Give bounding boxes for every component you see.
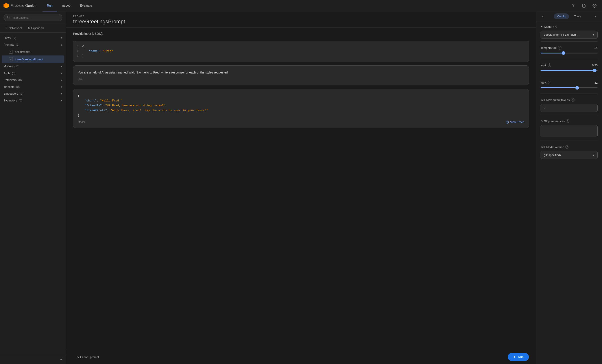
tab-tools[interactable]: Tools [571,13,584,19]
collapse-all-button[interactable]: ✕ Collapse all [3,26,24,31]
user-role-label: User [78,78,524,81]
settings-icon[interactable] [591,2,599,10]
section-flows[interactable]: Flows (2) ▾ [0,34,66,41]
model-section: ✦ Model ? googleai/gemini-1.5-flash-... … [536,21,602,41]
prompt-body: Provide input (JSON): 1 2 3 { "name": "F… [66,28,536,350]
svg-point-0 [594,5,595,6]
section-evaluators[interactable]: Evaluators (0) ▾ [0,97,66,104]
chevron-up-icon: ▴ [61,43,62,46]
tab-config[interactable]: Config [554,13,569,19]
nav-tab-evaluate[interactable]: Evaluate [76,0,97,11]
section-retrievers[interactable]: Retrievers (0) ▾ [0,77,66,83]
chevron-down-icon: ▾ [61,79,62,82]
right-panel: ‹ Config Tools › ✦ Model ? googleai/gemi… [536,11,602,364]
collapse-sidebar-icon: « [60,357,62,361]
main-layout: ✕ Collapse all ⇅ Expand all Flows (2) ▾ … [0,11,602,364]
line-numbers: 1 2 3 [77,44,82,58]
token-icon: 123 [541,98,545,102]
svg-marker-5 [514,356,516,358]
page-title: threeGreetingsPrompt [73,19,529,25]
brand: Firebase Genkit [3,3,35,8]
chevron-down-icon: ▾ [61,36,62,39]
stop-sequences-input[interactable] [541,125,598,137]
temperature-value: 0.4 [594,46,598,50]
max-tokens-input[interactable] [541,104,598,112]
expand-icon: ⇅ [28,27,30,30]
json-editor[interactable]: 1 2 3 { "name": "Fred" } [73,41,529,62]
search-icon [7,16,10,20]
breadcrumb: Prompt [73,15,529,18]
chevron-down-icon: ▾ [61,92,62,95]
top-p-slider[interactable] [541,68,598,73]
stop-sequences-label: ⊙ Stop sequences ? [541,119,598,123]
temperature-section: Temperature ? 0.4 [536,42,602,58]
panel-nav: ‹ Config Tools › [536,11,602,21]
stop-sequences-section: ⊙ Stop sequences ? [536,116,602,140]
chevron-down-icon: ▾ [61,72,62,75]
section-models[interactable]: Models (11) ▾ [0,63,66,70]
model-version-section: 123 Model version ? (Unspecified) ▾ [536,142,602,161]
temperature-label: Temperature [541,46,557,50]
stop-sequences-info-icon[interactable]: ? [566,119,570,123]
model-info-icon[interactable]: ? [553,25,557,28]
export-button[interactable]: Export .prompt [73,354,101,361]
panel-tabs: Config Tools [548,13,591,19]
max-tokens-info-icon[interactable]: ? [571,98,574,102]
chevron-down-icon: ▾ [61,99,62,102]
top-p-info-icon[interactable]: ? [548,63,551,67]
temperature-info-icon[interactable]: ? [558,46,561,50]
model-version-label: 123 Model version ? [541,145,598,149]
nav-icons: ? [570,2,599,10]
chevron-down-icon: ▾ [61,85,62,88]
sidebar-item-helloPrompt[interactable]: ✦ helloPrompt [2,48,64,55]
top-p-label: topP [541,64,547,67]
top-k-slider[interactable] [541,86,598,91]
code-output-card: { "short": "Hello Fred.", "friendly": "H… [73,89,529,128]
docs-icon[interactable] [580,2,588,10]
model-label: ✦ Model ? [541,25,598,28]
firebase-icon [3,3,9,8]
model-role-label: Model [78,121,85,124]
sidebar-search [0,11,66,24]
help-icon[interactable]: ? [570,2,577,10]
search-input[interactable] [12,16,59,19]
version-icon: 123 [541,146,545,148]
model-select[interactable]: googleai/gemini-1.5-flash-... ▾ [541,31,598,39]
model-version-info-icon[interactable]: ? [565,145,569,149]
max-tokens-section: 123 Max output tokens ? [536,95,602,114]
expand-all-button[interactable]: ⇅ Expand all [26,26,45,31]
code-footer: Model View Trace [78,120,524,124]
prompt-header: Prompt threeGreetingsPrompt [66,11,536,28]
section-tools[interactable]: Tools (0) ▾ [0,70,66,77]
nav-tabs: Run Inspect Evaluate [43,0,97,11]
sidebar: ✕ Collapse all ⇅ Expand all Flows (2) ▾ … [0,11,66,364]
top-nav: Firebase Genkit Run Inspect Evaluate ? [0,0,602,11]
svg-line-2 [9,18,10,19]
code-content: { "name": "Fred" } [82,44,525,58]
section-embedders[interactable]: Embedders (7) ▾ [0,90,66,97]
section-indexers[interactable]: Indexers (0) ▾ [0,83,66,90]
run-button[interactable]: Run [508,353,529,361]
model-version-select[interactable]: (Unspecified) ▾ [541,151,598,159]
prompt-footer: Export .prompt Run [66,350,536,364]
top-k-label: topK [541,81,547,84]
section-prompts[interactable]: Prompts (2) ▴ [0,41,66,48]
sidebar-collapse-button[interactable]: « [0,354,66,364]
sidebar-item-threeGreetingsPrompt[interactable]: ✦ threeGreetingsPrompt [2,55,64,63]
top-p-value: 0.95 [592,64,598,67]
stop-icon: ⊙ [541,119,543,123]
version-dropdown-arrow-icon: ▾ [593,154,594,157]
top-p-section: topP ? 0.95 [536,60,602,75]
sidebar-content: Flows (2) ▾ Prompts (2) ▴ ✦ helloPrompt … [0,32,66,354]
svg-point-1 [7,16,9,18]
panel-nav-prev[interactable]: ‹ [540,13,546,19]
brand-name: Firebase Genkit [11,4,35,8]
view-trace-button[interactable]: View Trace [506,120,524,124]
nav-tab-inspect[interactable]: Inspect [57,0,76,11]
search-box[interactable] [3,14,62,21]
top-k-info-icon[interactable]: ? [548,81,551,84]
prompt-icon: ✦ [9,57,13,61]
temperature-slider[interactable] [541,51,598,56]
nav-tab-run[interactable]: Run [43,0,57,11]
panel-nav-next[interactable]: › [592,13,599,19]
